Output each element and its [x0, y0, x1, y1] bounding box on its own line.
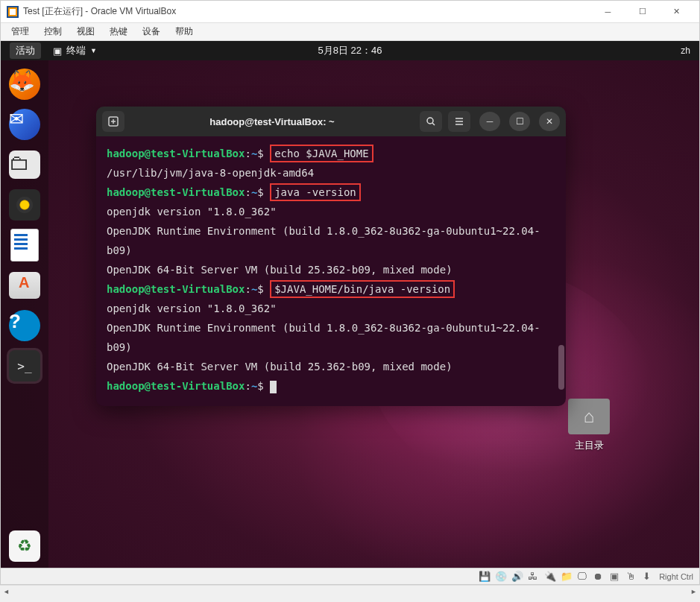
- rhythmbox-icon: [9, 189, 40, 221]
- vb-host-key-label[interactable]: Right Ctrl: [659, 572, 693, 581]
- dock-firefox[interactable]: 🦊: [7, 66, 42, 102]
- terminal-line: hadoop@test-VirtualBox:~$ java -version: [107, 183, 555, 202]
- virtualbox-window: Test [正在运行] - Oracle VM VirtualBox ─ ☐ ✕…: [0, 0, 700, 585]
- scroll-track[interactable]: [13, 586, 687, 598]
- terminal-line: OpenJDK Runtime Environment (build 1.8.0…: [107, 221, 555, 260]
- vb-display-icon[interactable]: 🖵: [577, 571, 589, 583]
- terminal-line: hadoop@test-VirtualBox:~$: [107, 376, 555, 396]
- vb-keyboard-icon[interactable]: ⬇: [643, 571, 655, 583]
- terminal-new-tab-button[interactable]: [102, 111, 124, 132]
- vb-maximize-button[interactable]: ☐: [625, 1, 659, 22]
- terminal-scrollbar[interactable]: [557, 136, 564, 399]
- ubuntu-desktop[interactable]: 活动 ▣ 终端 ▼ 5月8日 22：46 zh 🦊 ✉ 🗀 ? >_: [1, 41, 699, 568]
- terminal-maximize-button[interactable]: ☐: [509, 112, 530, 131]
- dock-software[interactable]: [7, 267, 42, 303]
- topbar-app-label: 终端: [66, 44, 86, 57]
- dock-thunderbird[interactable]: ✉: [7, 107, 42, 142]
- help-icon: ?: [9, 310, 40, 341]
- terminal-menu-button[interactable]: [448, 111, 470, 132]
- terminal-line: /usr/lib/jvm/java-8-openjdk-amd64: [107, 163, 555, 183]
- terminal-window[interactable]: hadoop@test-VirtualBox: ~ ─ ☐ ✕ hadoop@t…: [96, 107, 566, 406]
- vb-cpu-icon[interactable]: ▣: [610, 571, 622, 583]
- scroll-left-button[interactable]: ◄: [0, 586, 13, 598]
- vb-menu-manage[interactable]: 管理: [5, 24, 35, 39]
- terminal-line: OpenJDK Runtime Environment (build 1.8.0…: [107, 318, 555, 357]
- ubuntu-dock: 🦊 ✉ 🗀 ? >_: [1, 60, 48, 568]
- dock-files[interactable]: 🗀: [7, 147, 42, 183]
- vb-minimize-button[interactable]: ─: [591, 1, 625, 22]
- terminal-line: hadoop@test-VirtualBox:~$ $JAVA_HOME/bin…: [107, 279, 555, 299]
- vb-hdd-icon[interactable]: 💾: [479, 571, 491, 583]
- vb-audio-icon[interactable]: 🔊: [511, 571, 523, 583]
- terminal-line: OpenJDK 64-Bit Server VM (build 25.362-b…: [107, 260, 555, 279]
- terminal-search-button[interactable]: [420, 111, 442, 132]
- dock-terminal[interactable]: >_: [7, 348, 42, 384]
- vb-statusbar: 💾 💿 🔊 🖧 🔌 📁 🖵 ⏺ ▣ 🖱 ⬇ Right Ctrl: [1, 568, 699, 584]
- vb-mouse-icon[interactable]: 🖱: [626, 571, 638, 583]
- dock-trash[interactable]: [7, 526, 42, 562]
- home-folder-label: 主目录: [568, 439, 610, 452]
- dock-rhythmbox[interactable]: [7, 187, 42, 223]
- vb-titlebar[interactable]: Test [正在运行] - Oracle VM VirtualBox ─ ☐ ✕: [1, 1, 699, 23]
- terminal-close-button[interactable]: ✕: [539, 112, 560, 131]
- terminal-title: hadoop@test-VirtualBox: ~: [130, 116, 414, 127]
- host-horizontal-scrollbar[interactable]: ◄ ►: [0, 585, 700, 598]
- new-tab-icon: [108, 116, 119, 127]
- dock-libreoffice[interactable]: [7, 227, 42, 263]
- search-icon: [426, 116, 436, 127]
- terminal-topbar-icon: ▣: [53, 45, 62, 57]
- vb-menu-help[interactable]: 帮助: [169, 24, 199, 39]
- vb-menu-hotkeys[interactable]: 热键: [104, 24, 133, 39]
- ubuntu-software-icon: [9, 272, 40, 299]
- vb-optical-icon[interactable]: 💿: [495, 571, 507, 583]
- dock-help[interactable]: ?: [7, 308, 42, 343]
- vb-shared-folder-icon[interactable]: 📁: [561, 571, 573, 583]
- terminal-icon: >_: [9, 350, 40, 381]
- topbar-datetime[interactable]: 5月8日 22：46: [318, 44, 382, 57]
- chevron-down-icon: ▼: [90, 47, 97, 54]
- svg-point-4: [427, 118, 433, 124]
- gnome-topbar: 活动 ▣ 终端 ▼ 5月8日 22：46 zh: [1, 41, 699, 60]
- files-icon: 🗀: [9, 150, 40, 179]
- vb-recording-icon[interactable]: ⏺: [593, 571, 605, 583]
- vb-title: Test [正在运行] - Oracle VM VirtualBox: [23, 5, 591, 18]
- vb-network-icon[interactable]: 🖧: [528, 571, 540, 583]
- activities-button[interactable]: 活动: [10, 42, 41, 59]
- terminal-line: openjdk version "1.8.0_362": [107, 299, 555, 318]
- hamburger-icon: [454, 116, 464, 127]
- vb-menu-devices[interactable]: 设备: [136, 24, 166, 39]
- terminal-body[interactable]: hadoop@test-VirtualBox:~$ echo $JAVA_HOM…: [96, 136, 566, 406]
- virtualbox-icon: [7, 6, 19, 18]
- vb-menu-control[interactable]: 控制: [38, 24, 68, 39]
- topbar-lang-indicator[interactable]: zh: [681, 45, 690, 56]
- terminal-scroll-thumb[interactable]: [558, 345, 564, 390]
- terminal-line: openjdk version "1.8.0_362": [107, 202, 555, 221]
- vb-close-button[interactable]: ✕: [660, 1, 693, 22]
- home-folder-icon: ⌂: [568, 399, 610, 434]
- vb-window-controls: ─ ☐ ✕: [591, 1, 693, 22]
- terminal-titlebar[interactable]: hadoop@test-VirtualBox: ~ ─ ☐ ✕: [96, 107, 566, 136]
- terminal-line: OpenJDK 64-Bit Server VM (build 25.362-b…: [107, 357, 555, 376]
- vb-menu-view[interactable]: 视图: [71, 24, 101, 39]
- libreoffice-writer-icon: [10, 229, 39, 262]
- scroll-right-button[interactable]: ►: [687, 586, 700, 598]
- desktop-home-folder[interactable]: ⌂ 主目录: [568, 399, 610, 452]
- vb-usb-icon[interactable]: 🔌: [544, 571, 556, 583]
- vb-menubar: 管理 控制 视图 热键 设备 帮助: [1, 23, 699, 41]
- terminal-line: hadoop@test-VirtualBox:~$ echo $JAVA_HOM…: [107, 144, 555, 163]
- thunderbird-icon: ✉: [9, 109, 40, 140]
- firefox-icon: 🦊: [9, 69, 40, 100]
- trash-icon: [9, 530, 40, 562]
- svg-rect-2: [10, 9, 16, 15]
- terminal-minimize-button[interactable]: ─: [479, 112, 500, 131]
- topbar-app-indicator[interactable]: ▣ 终端 ▼: [53, 44, 97, 57]
